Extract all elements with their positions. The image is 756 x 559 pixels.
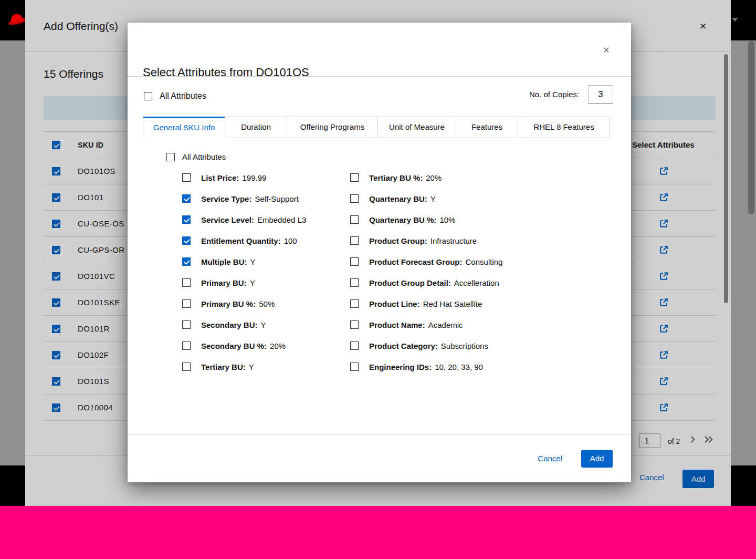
attribute-row: Quartenary BU:Y [350,194,502,203]
attribute-row: Tertiary BU %:20% [350,173,502,182]
attribute-row: Primary BU:Y [182,278,306,287]
tab-rhel-8-features[interactable]: RHEL 8 Features [518,117,610,138]
attribute-value: Infrastructure [430,236,477,245]
attribute-checkbox[interactable] [182,299,191,308]
attribute-value: Y [250,257,256,266]
attribute-checkbox[interactable] [182,257,191,266]
attribute-checkbox[interactable] [182,320,191,329]
attribute-checkbox[interactable] [350,341,359,350]
attribute-row: Entitlement Quantity:100 [182,236,306,245]
role-toolbar: ! View: Creator Viewer Admin [0,506,756,559]
attribute-checkbox[interactable] [182,194,191,203]
attribute-label: Engineering IDs: [369,363,432,371]
attribute-checkbox[interactable] [350,363,359,371]
attribute-checkbox[interactable] [350,194,359,203]
attribute-checkbox[interactable] [350,320,359,329]
all-attributes-label: All Attributes [160,91,206,101]
attributes-column-right: Tertiary BU %:20% Quartenary BU:Y Quarte… [350,173,502,371]
attribute-row: Multiple BU:Y [182,257,306,266]
tab-duration[interactable]: Duration [225,117,287,138]
cancel-button[interactable]: Cancel [538,454,562,463]
all-attributes-checkbox[interactable] [144,92,152,100]
attribute-checkbox[interactable] [182,278,191,287]
attributes-column-left: List Price:199.99 Service Type:Self-Supp… [182,173,306,371]
attribute-tabs: General SKU Info Duration Offering Progr… [143,117,610,138]
attribute-row: Product Forecast Group:Consulting [350,257,502,266]
attribute-row: Product Name:Academic [350,320,502,329]
divider [128,76,631,77]
attribute-row: Quartenary BU %:10% [350,215,502,224]
attribute-row: Primary BU %:50% [182,299,306,308]
attribute-value: Consulting [466,257,503,266]
attribute-label: Multiple BU: [201,257,247,266]
attribute-checkbox[interactable] [350,278,359,287]
attribute-value: Red Hat Satellite [423,299,482,308]
attribute-value: 20% [426,173,442,182]
attribute-checkbox[interactable] [350,215,359,224]
attribute-label: Service Level: [201,215,254,224]
attribute-row: Secondary BU %:20% [182,341,306,350]
attribute-value: Y [249,363,254,371]
attribute-value: 100 [284,236,297,245]
attribute-row: Engineering IDs:10, 20, 33, 90 [350,363,502,371]
attribute-checkbox[interactable] [182,236,191,245]
attribute-row: Product Group:Infrastructure [350,236,502,245]
attribute-value: 50% [259,299,275,308]
copies-control: No. of Copies: [529,85,613,103]
attribute-row: Product Category:Subscriptions [350,341,502,350]
add-button[interactable]: Add [581,450,613,468]
attribute-value: 10% [439,215,455,224]
attribute-checkbox[interactable] [182,341,191,350]
attribute-label: Product Name: [369,320,425,329]
attribute-label: Product Group Detail: [369,278,451,287]
select-attributes-modal: Select Attributes from DO101OS ✕ All Att… [128,23,631,482]
attribute-row: Secondary BU:Y [182,320,306,329]
attribute-checkbox[interactable] [182,215,191,224]
select-attributes-title: Select Attributes from DO101OS [143,66,309,79]
tab-general-sku-info[interactable]: General SKU Info [143,117,225,138]
attribute-label: Quartenary BU %: [369,215,436,224]
attribute-value: Embedded L3 [257,215,306,224]
attribute-row: Product Group Detail:Accelleration [350,278,502,287]
attribute-value: Y [430,194,436,203]
attribute-value: Self-Support [255,194,298,203]
copies-label: No. of Copies: [529,90,579,99]
section-all-attributes-control: All Attributes [166,152,226,161]
attribute-label: Entitlement Quantity: [201,236,281,245]
attribute-value: Accelleration [454,278,499,287]
select-attributes-footer: Cancel Add [128,434,631,482]
attribute-label: Primary BU: [201,278,247,287]
attribute-checkbox[interactable] [350,236,359,245]
tab-unit-of-measure[interactable]: Unit of Measure [377,117,456,138]
redhat-fedora-icon [6,11,25,28]
copies-input[interactable] [588,85,613,103]
attribute-label: Product Forecast Group: [369,257,463,266]
attribute-label: Product Line: [369,299,420,308]
attribute-checkbox[interactable] [350,173,359,182]
section-all-attributes-checkbox[interactable] [166,153,175,161]
tab-offering-programs[interactable]: Offering Programs [287,117,378,138]
attribute-label: Product Category: [369,341,438,350]
attribute-label: Quartenary BU: [369,194,427,203]
attribute-row: List Price:199.99 [182,173,306,182]
attribute-value: Y [261,320,266,329]
close-icon[interactable]: ✕ [603,45,610,55]
attribute-label: Primary BU %: [201,299,256,308]
attribute-value: Academic [428,320,463,329]
tab-features[interactable]: Features [456,117,518,138]
attribute-checkbox[interactable] [182,173,191,182]
attribute-label: Secondary BU: [201,320,258,329]
attribute-label: Secondary BU %: [201,341,267,350]
attribute-label: Product Group: [369,236,427,245]
attribute-checkbox[interactable] [182,363,191,371]
all-attributes-control: All Attributes [144,91,206,101]
section-all-attributes-label: All Attributes [182,152,226,161]
attribute-checkbox[interactable] [350,299,359,308]
attribute-row: Service Type:Self-Support [182,194,306,203]
attribute-label: Service Type: [201,194,251,203]
attribute-label: Tertiary BU %: [369,173,423,182]
attribute-value: Y [250,278,255,287]
attribute-label: List Price: [201,173,239,182]
attribute-checkbox[interactable] [350,257,359,266]
attribute-value: 199.99 [243,173,267,182]
